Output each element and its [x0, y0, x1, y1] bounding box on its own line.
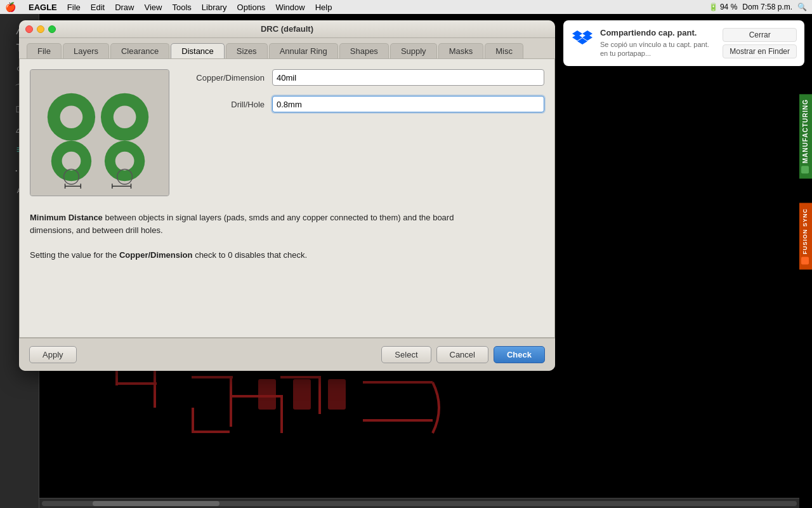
- dropbox-mostrar-button[interactable]: Mostrar en Finder: [723, 44, 797, 58]
- svg-rect-1: [154, 370, 156, 408]
- tab-distance[interactable]: Distance: [171, 43, 225, 58]
- svg-rect-12: [258, 379, 276, 410]
- cancel-button[interactable]: Cancel: [436, 346, 488, 363]
- dialog-titlebar: DRC (default): [19, 20, 555, 38]
- tab-layers[interactable]: Layers: [63, 43, 109, 58]
- svg-rect-4: [230, 376, 232, 427]
- drc-dialog[interactable]: DRC (default) File Layers Clearance Dist…: [19, 20, 555, 371]
- content-area: Copper/Dimension Drill/Hole: [30, 69, 544, 196]
- svg-rect-15: [30, 70, 169, 196]
- minimize-button[interactable]: [37, 25, 44, 33]
- menu-draw[interactable]: Draw: [115, 3, 134, 12]
- svg-rect-6: [192, 408, 194, 433]
- traffic-lights: [25, 25, 56, 33]
- apply-button[interactable]: Apply: [29, 346, 77, 363]
- copper-dimension-bold: Copper/Dimension: [119, 250, 193, 260]
- tab-sizes[interactable]: Sizes: [226, 43, 268, 58]
- menu-options[interactable]: Options: [237, 3, 266, 12]
- tab-file[interactable]: File: [27, 43, 62, 58]
- menu-view[interactable]: View: [145, 3, 162, 12]
- tab-annular-ring[interactable]: Annular Ring: [269, 43, 338, 58]
- dropbox-content: Compartiendo cap. pant. Se copió un vínc…: [600, 28, 716, 58]
- svg-rect-10: [318, 376, 321, 414]
- svg-rect-14: [328, 379, 346, 410]
- select-button[interactable]: Select: [381, 346, 431, 363]
- menu-tools[interactable]: Tools: [172, 3, 191, 12]
- svg-point-23: [115, 152, 134, 171]
- svg-point-31: [117, 169, 133, 184]
- copper-dimension-row: Copper/Dimension: [182, 69, 544, 86]
- drill-hole-label: Drill/Hole: [182, 100, 265, 109]
- scrollbar-thumb[interactable]: [93, 501, 219, 506]
- dropbox-title: Compartiendo cap. pant.: [600, 28, 716, 37]
- copper-dimension-label: Copper/Dimension: [182, 73, 265, 83]
- description-part3: Setting the value for the: [30, 250, 119, 260]
- minimum-distance-bold: Minimum Distance: [30, 213, 103, 222]
- svg-rect-3: [115, 370, 118, 385]
- battery-indicator: 🔋 94 %: [709, 3, 738, 11]
- distance-preview: [30, 69, 169, 196]
- horizontal-scrollbar[interactable]: [39, 498, 799, 508]
- svg-point-30: [64, 169, 79, 184]
- tab-supply[interactable]: Supply: [390, 43, 437, 58]
- description-part5: check to 0 disables that check.: [193, 250, 308, 260]
- scrollbar-track[interactable]: [42, 501, 797, 506]
- dropbox-notification: Compartiendo cap. pant. Se copió un vínc…: [563, 20, 804, 66]
- footer-left: Apply: [29, 346, 381, 363]
- drill-hole-row: Drill/Hole: [182, 96, 544, 112]
- manufacturing-panel[interactable]: MANUFACTURING: [799, 94, 812, 178]
- menu-library[interactable]: Library: [202, 3, 227, 12]
- svg-point-21: [62, 152, 81, 171]
- footer-right: Select Cancel Check: [381, 346, 545, 363]
- search-icon[interactable]: 🔍: [797, 3, 807, 11]
- copper-dimension-input[interactable]: [272, 69, 544, 86]
- dropbox-icon: [571, 28, 594, 51]
- fusion-sync-panel[interactable]: FUSION SYNC: [799, 203, 812, 270]
- apple-menu[interactable]: 🍎: [5, 2, 16, 12]
- menu-help[interactable]: Help: [315, 3, 332, 12]
- menubar-right: 🔋 94 % Dom 7:58 p.m. 🔍: [709, 3, 807, 11]
- app-name[interactable]: EAGLE: [29, 3, 57, 12]
- menu-file[interactable]: File: [67, 3, 81, 12]
- svg-rect-11: [280, 376, 321, 378]
- menu-window[interactable]: Window: [275, 3, 304, 12]
- svg-rect-7: [192, 431, 230, 433]
- dialog-footer: Apply Select Cancel Check: [19, 338, 555, 371]
- drill-hole-input[interactable]: [272, 96, 544, 112]
- menu-edit[interactable]: Edit: [91, 3, 105, 12]
- tab-masks[interactable]: Masks: [438, 43, 484, 58]
- svg-rect-8: [280, 395, 283, 433]
- close-button[interactable]: [25, 25, 33, 33]
- svg-point-17: [60, 105, 83, 128]
- svg-rect-13: [293, 379, 311, 410]
- dropbox-subtitle: Se copió un vínculo a tu capt. pant. en …: [600, 40, 716, 58]
- description-text: Minimum Distance between objects in sign…: [30, 206, 544, 266]
- tab-clearance[interactable]: Clearance: [110, 43, 169, 58]
- clock: Dom 7:58 p.m.: [742, 3, 792, 11]
- check-button[interactable]: Check: [494, 346, 545, 363]
- dialog-content: Copper/Dimension Drill/Hole Minimum Dist…: [19, 58, 555, 338]
- svg-point-19: [114, 105, 136, 128]
- tab-shapes[interactable]: Shapes: [339, 43, 389, 58]
- tab-bar: File Layers Clearance Distance Sizes Ann…: [19, 38, 555, 58]
- dropbox-actions: Cerrar Mostrar en Finder: [723, 28, 797, 58]
- svg-rect-2: [115, 382, 157, 385]
- tab-misc[interactable]: Misc: [485, 43, 523, 58]
- dropbox-cerrar-button[interactable]: Cerrar: [723, 28, 797, 42]
- maximize-button[interactable]: [48, 25, 56, 33]
- dialog-title: DRC (default): [261, 24, 313, 34]
- svg-rect-5: [192, 376, 233, 378]
- menubar: 🍎 EAGLE File Edit Draw View Tools Librar…: [0, 0, 812, 14]
- form-area: Copper/Dimension Drill/Hole: [182, 69, 544, 196]
